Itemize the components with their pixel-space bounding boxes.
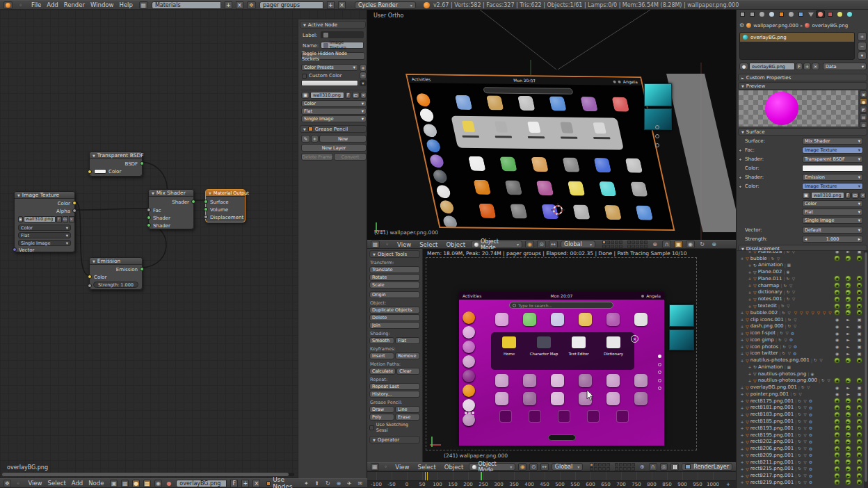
renderability-toggle-icon[interactable]: ▣ <box>856 384 862 391</box>
visibility-toggle-icon[interactable]: ◉ <box>834 412 840 418</box>
expander-icon[interactable]: + <box>740 385 744 390</box>
add-scene-button[interactable]: + <box>327 1 335 9</box>
outliner-row[interactable]: +▽clip icons.001|↻ ▽◉►▣ <box>737 316 868 323</box>
socket-displacement-input[interactable] <box>204 215 208 219</box>
selectability-toggle-icon[interactable]: ► <box>845 391 851 397</box>
layer-cell[interactable] <box>598 463 602 466</box>
shader-texture-icon[interactable]: ▩ <box>143 480 151 487</box>
visibility-toggle-icon[interactable]: ◉ <box>834 296 840 302</box>
outliner-row[interactable]: +▽nautilus-photos.png|◉ <box>737 371 868 377</box>
editor-collapse-icon[interactable]: ◦ <box>383 241 392 248</box>
selectability-toggle-icon[interactable]: ► <box>845 473 851 479</box>
swatch-options-button[interactable]: ▾ <box>360 80 367 86</box>
layer-cell[interactable] <box>602 467 606 471</box>
outliner-row[interactable]: +↻Animation|▦ <box>737 262 868 269</box>
node-editor[interactable]: ▼Image Texture Color Alpha ▣ wall310.png… <box>0 10 367 478</box>
expander-icon[interactable]: + <box>740 405 744 410</box>
layer-cell[interactable] <box>627 463 631 466</box>
socket-volume-input[interactable] <box>204 207 208 211</box>
expander-icon[interactable]: + <box>740 324 744 329</box>
node-emission-header[interactable]: ▼Emission <box>90 258 142 265</box>
layer-cell[interactable] <box>611 241 614 244</box>
selectability-toggle-icon[interactable]: ► <box>845 316 851 323</box>
mode-select[interactable]: Object Mode▾ <box>471 241 522 248</box>
visibility-toggle-icon[interactable]: ◉ <box>834 432 840 438</box>
renderability-toggle-icon[interactable]: ▣ <box>856 350 862 357</box>
unlink-material-button[interactable]: × <box>252 480 260 487</box>
layer-cell[interactable] <box>619 245 622 248</box>
layer-cell[interactable] <box>611 245 614 248</box>
tool-button-join[interactable]: Join <box>369 322 420 329</box>
outliner-row[interactable]: +▽rect8206.png.001|↻ ▽⚙◉►▣ <box>737 445 868 452</box>
layer-cell[interactable] <box>623 463 627 466</box>
node-material-output[interactable]: ▼Material Output Surface Volume Displace… <box>205 189 246 222</box>
snap-icon[interactable]: ↻ <box>324 480 332 487</box>
layer-cell[interactable] <box>606 467 610 471</box>
expander-icon[interactable]: + <box>740 256 744 261</box>
add-pencil-button[interactable]: + <box>311 135 319 143</box>
selectability-toggle-icon[interactable]: ► <box>845 250 851 254</box>
visibility-toggle-icon[interactable]: ◉ <box>834 289 840 295</box>
add-material-button[interactable]: + <box>803 63 811 70</box>
fake-user-button[interactable]: F <box>345 92 351 99</box>
fake-user-button[interactable]: F <box>230 480 238 487</box>
workspace-thumbnail-1[interactable] <box>669 304 694 327</box>
layer-cell[interactable] <box>640 245 643 248</box>
render-layer-select[interactable]: RenderLayer <box>682 463 732 471</box>
layer-cell[interactable] <box>590 467 593 471</box>
expander-icon[interactable]: + <box>740 446 744 451</box>
selectability-toggle-icon[interactable]: ► <box>845 282 851 288</box>
unlink-image-button[interactable]: × <box>360 92 367 99</box>
projection-select[interactable]: Flat▾ <box>18 232 71 238</box>
selectability-toggle-icon[interactable]: ► <box>845 296 851 302</box>
selectability-toggle-icon[interactable]: ► <box>845 452 851 458</box>
snap-element-icon[interactable]: ⊕ <box>335 480 343 487</box>
visibility-toggle-icon[interactable]: ◉ <box>834 357 840 364</box>
outliner-row[interactable]: +▽dash.png.000|↻ ▽◉►▣ <box>737 323 868 330</box>
selectability-toggle-icon[interactable]: ► <box>845 398 851 404</box>
setting-value-shader[interactable]: Emission▾ <box>802 174 863 181</box>
layer-cell[interactable] <box>632 467 635 471</box>
outliner-row[interactable]: +▽pointer.png.001|↻ ▽◉►▣ <box>737 391 868 398</box>
outliner-row[interactable]: +▽rect8185.png.001|↻ ▽⚙◉►▣ <box>737 418 868 425</box>
expander-icon[interactable]: + <box>748 371 752 376</box>
grease-pencil-checkbox[interactable] <box>308 127 313 131</box>
vector-select[interactable]: Default▾ <box>802 227 863 234</box>
visibility-toggle-icon[interactable]: ◉ <box>834 425 840 431</box>
visibility-toggle-icon[interactable]: ◉ <box>834 452 840 458</box>
scene-icon[interactable]: ❖ <box>247 1 256 9</box>
selectability-toggle-icon[interactable]: ► <box>845 289 851 295</box>
layer-cell[interactable] <box>594 467 597 471</box>
socket-surface-input[interactable] <box>204 200 208 204</box>
mode-select[interactable]: Object Mode▾ <box>469 463 515 471</box>
selectability-toggle-icon[interactable]: ► <box>845 418 851 425</box>
expander-icon[interactable]: + <box>748 276 752 281</box>
visibility-toggle-icon[interactable]: ◉ <box>834 446 840 452</box>
renderability-toggle-icon[interactable]: ▣ <box>856 425 862 431</box>
preview-type-button[interactable]: ▤ <box>860 113 867 120</box>
tool-button-remove[interactable]: Remove <box>395 352 420 359</box>
tool-button-insert[interactable]: Insert <box>369 352 394 359</box>
tool-button-scale[interactable]: Scale <box>369 282 420 288</box>
selectability-toggle-icon[interactable]: ► <box>845 303 851 309</box>
delete-layout-button[interactable]: × <box>236 1 243 9</box>
visibility-toggle-icon[interactable]: ◉ <box>834 303 840 309</box>
tab-scene-icon[interactable] <box>757 10 766 18</box>
node-output-header[interactable]: ▼Material Output <box>206 190 245 197</box>
socket-bsdf-output[interactable] <box>140 161 144 165</box>
socket-strength-input[interactable] <box>88 284 92 288</box>
visibility-toggle-icon[interactable]: ◉ <box>834 309 840 316</box>
pause-render-button[interactable] <box>670 463 679 471</box>
tool-button-poly[interactable]: Poly <box>369 414 394 421</box>
socket-alpha-output[interactable] <box>72 209 77 213</box>
node-editor-hscrollbar[interactable] <box>2 473 294 476</box>
layer-cell[interactable] <box>636 241 639 244</box>
menu-object[interactable]: Object <box>442 464 467 471</box>
use-sketching-checkbox[interactable] <box>369 425 374 430</box>
expander-icon[interactable]: + <box>748 364 752 369</box>
tab-world-icon[interactable] <box>767 10 776 18</box>
breadcrumb-object[interactable]: wallpaper.png.000 <box>753 23 798 29</box>
preview-type-button[interactable]: ▣ <box>860 90 867 97</box>
renderability-toggle-icon[interactable]: ▣ <box>856 250 862 254</box>
image-option-select[interactable]: Flat▾ <box>802 209 863 215</box>
